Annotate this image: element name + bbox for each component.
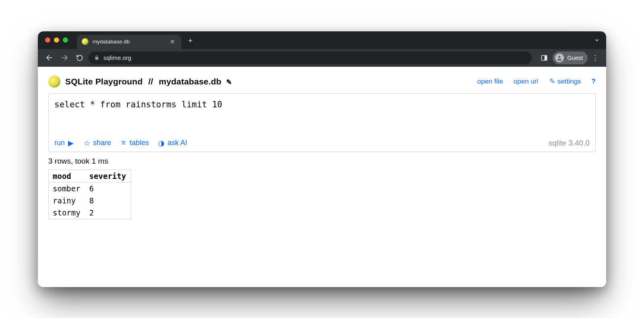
star-icon: ☆ — [83, 139, 91, 148]
tab-strip: mydatabase.db ✕ ＋ — [38, 31, 606, 49]
result-status: 3 rows, took 1 ms — [48, 157, 596, 166]
side-panel-button[interactable] — [537, 51, 551, 64]
lock-icon — [94, 55, 99, 60]
tables-button[interactable]: ≡ tables — [120, 139, 149, 148]
toolbar-right: Guest ⋮ — [537, 51, 601, 64]
url-text: sqlime.org — [103, 54, 131, 61]
db-name[interactable]: mydatabase.db — [159, 77, 222, 86]
browser-window: mydatabase.db ✕ ＋ sqlime.or — [38, 31, 606, 287]
sqlite-version: sqlite 3.40.0 — [549, 139, 590, 148]
sql-editor[interactable] — [49, 94, 595, 138]
cell-severity: 8 — [85, 195, 131, 207]
new-tab-button[interactable]: ＋ — [185, 35, 196, 46]
page-header: SQLite Playground // mydatabase.db ✎ ope… — [48, 76, 596, 88]
list-icon: ≡ — [120, 139, 127, 147]
profile-avatar-icon — [555, 53, 564, 62]
settings-icon: ✎ — [549, 77, 555, 86]
window-close-button[interactable] — [45, 37, 50, 43]
nav-reload-button[interactable] — [73, 51, 86, 64]
tab-overflow-button[interactable] — [594, 37, 600, 43]
tab-favicon — [82, 38, 89, 45]
tables-label: tables — [130, 139, 149, 147]
cell-mood: rainy — [49, 195, 85, 207]
ask-ai-label: ask AI — [167, 139, 187, 147]
window-minimize-button[interactable] — [54, 37, 59, 43]
profile-label: Guest — [567, 55, 583, 61]
app-name: SQLite Playground — [65, 77, 142, 86]
window-controls — [45, 37, 68, 43]
address-bar[interactable]: sqlime.org — [89, 51, 532, 64]
play-icon: ▶ — [67, 139, 74, 148]
cell-mood: stormy — [49, 207, 85, 219]
cell-severity: 2 — [85, 207, 131, 219]
window-zoom-button[interactable] — [63, 37, 68, 43]
editor-actions: run ▶ ☆ share ≡ tables ◑ ask AI — [54, 139, 187, 148]
table-row: rainy 8 — [49, 195, 131, 207]
tab-title: mydatabase.db — [93, 39, 164, 45]
settings-label: settings — [557, 78, 581, 85]
table-row: somber 6 — [49, 182, 131, 195]
browser-tab[interactable]: mydatabase.db ✕ — [77, 35, 182, 49]
share-label: share — [93, 139, 111, 147]
table-row: stormy 2 — [49, 207, 131, 219]
app-logo — [48, 76, 60, 88]
edit-db-name-icon[interactable]: ✎ — [226, 78, 232, 86]
cell-mood: somber — [49, 182, 85, 195]
share-button[interactable]: ☆ share — [83, 139, 111, 148]
browser-menu-button[interactable]: ⋮ — [589, 53, 601, 62]
svg-rect-3 — [545, 55, 547, 60]
cell-severity: 6 — [85, 182, 131, 195]
header-links: open file open url ✎ settings ? — [477, 77, 596, 86]
nav-forward-button[interactable] — [58, 51, 71, 64]
open-url-link[interactable]: open url — [514, 78, 538, 86]
run-label: run — [54, 139, 65, 147]
nav-back-button[interactable] — [43, 51, 56, 64]
editor-toolbar: run ▶ ☆ share ≡ tables ◑ ask AI sqlite 3… — [49, 138, 595, 152]
result-header-row: mood severity — [49, 170, 131, 182]
svg-point-4 — [559, 55, 561, 57]
help-link[interactable]: ? — [592, 78, 596, 86]
open-file-link[interactable]: open file — [477, 78, 503, 86]
page-content: SQLite Playground // mydatabase.db ✎ ope… — [38, 67, 606, 287]
ai-icon: ◑ — [158, 139, 165, 148]
run-button[interactable]: run ▶ — [54, 139, 74, 148]
ask-ai-button[interactable]: ◑ ask AI — [158, 139, 187, 148]
tab-close-button[interactable]: ✕ — [168, 38, 177, 45]
col-mood: mood — [49, 170, 85, 182]
page-title-group: SQLite Playground // mydatabase.db ✎ — [48, 76, 232, 88]
page-title: SQLite Playground // mydatabase.db ✎ — [65, 77, 232, 86]
result-table: mood severity somber 6 rainy 8 stormy 2 — [48, 170, 131, 219]
profile-button[interactable]: Guest — [553, 51, 588, 64]
title-separator: // — [148, 77, 153, 86]
settings-link[interactable]: ✎ settings — [549, 77, 581, 86]
col-severity: severity — [85, 170, 131, 182]
browser-toolbar: sqlime.org Guest ⋮ — [38, 49, 606, 67]
editor-panel: run ▶ ☆ share ≡ tables ◑ ask AI sqlite 3… — [48, 93, 596, 152]
